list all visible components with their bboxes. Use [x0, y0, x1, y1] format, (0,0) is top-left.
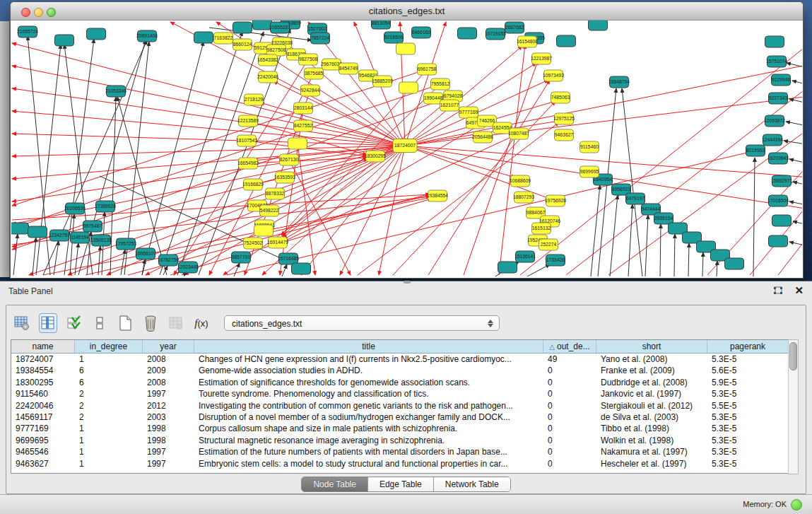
column-header-name[interactable]: name [11, 340, 75, 353]
graph-edge[interactable] [645, 215, 648, 276]
graph-edge[interactable] [792, 81, 802, 86]
graph-node[interactable]: 20206536 [64, 203, 86, 214]
table-row[interactable]: 946554611997Estimation of the future num… [11, 446, 789, 457]
graph-node[interactable]: 18107543 [236, 135, 257, 146]
graph-edge[interactable] [234, 263, 240, 276]
graph-node[interactable]: 10655287 [269, 22, 290, 33]
graph-node[interactable] [254, 225, 273, 236]
graph-edge[interactable] [793, 221, 802, 226]
graph-node[interactable]: 9115460 [580, 141, 599, 153]
graph-node[interactable]: 21053346 [105, 86, 126, 97]
graph-node[interactable]: 16648794 [608, 76, 630, 88]
graph-node[interactable] [292, 263, 311, 274]
graph-node[interactable] [55, 35, 74, 46]
graph-node[interactable]: 9777169 [459, 107, 478, 118]
graph-node[interactable] [288, 138, 307, 149]
graph-node[interactable] [194, 32, 213, 43]
graph-node[interactable]: 12923448 [177, 262, 199, 273]
citation-network-graph[interactable]: 2105572420891406160538091065528715276027… [11, 21, 802, 277]
graph-node[interactable]: 20564486 [472, 132, 493, 143]
network-table-selector[interactable]: citations_edges.txt [224, 315, 500, 331]
graph-node[interactable]: 2718129 [245, 94, 264, 105]
graph-node[interactable]: 1145194 [71, 232, 90, 243]
graph-node[interactable] [28, 226, 47, 238]
graph-node[interactable]: 17957253 [115, 238, 136, 250]
graph-node[interactable]: 8267130 [280, 154, 299, 165]
graph-node[interactable]: 16914479 [267, 237, 288, 248]
graph-node[interactable]: 6479197 [626, 193, 645, 204]
column-header-title[interactable]: title [194, 340, 543, 353]
table-settings-icon[interactable] [13, 314, 30, 332]
graph-node[interactable] [725, 258, 744, 269]
table-row[interactable]: 1456911722003Disruption of a novel membe… [11, 411, 789, 423]
graph-node[interactable]: 12975125 [553, 113, 575, 124]
graph-node[interactable]: 9699695 [580, 166, 599, 177]
graph-edge[interactable] [789, 201, 802, 206]
graph-node[interactable] [498, 262, 517, 273]
graph-node[interactable] [399, 82, 418, 93]
graph-node[interactable]: 19384554 [427, 190, 448, 201]
delete-table-icon[interactable] [142, 314, 159, 332]
graph-node[interactable]: 22420046 [257, 71, 278, 83]
network-view-window[interactable]: citations_edges.txt 21055724208914061605… [10, 1, 804, 279]
graph-node[interactable]: 9242844 [301, 85, 320, 96]
table-row[interactable]: 1938455462009Genome-wide association stu… [11, 365, 789, 376]
stacked-rows-icon[interactable] [91, 314, 108, 332]
graph-node[interactable]: 9857791 [232, 252, 251, 263]
graph-node[interactable]: 12093872 [764, 115, 785, 127]
graph-node[interactable]: 15885209 [372, 76, 393, 87]
graph-node[interactable] [772, 215, 792, 226]
graph-node[interactable]: 13505135 [90, 235, 112, 246]
column-header-short[interactable]: short [596, 340, 707, 353]
window-titlebar[interactable]: citations_edges.txt [11, 2, 803, 21]
graph-node[interactable]: 9129946 [772, 74, 791, 86]
graph-node[interactable] [769, 235, 788, 247]
graph-node[interactable]: 1733426 [546, 255, 565, 266]
graph-node[interactable]: 18807293 [513, 192, 534, 203]
graph-node[interactable]: 8813054 [372, 21, 391, 29]
graph-node[interactable]: 8454749 [339, 63, 358, 74]
show-columns-icon[interactable] [39, 313, 57, 333]
graph-node[interactable]: 16958107 [135, 248, 156, 259]
graph-node[interactable] [11, 223, 29, 234]
graph-edge[interactable] [248, 158, 367, 163]
graph-node[interactable]: 12444194 [762, 134, 783, 146]
graph-node[interactable]: 19166829 [242, 179, 264, 190]
graph-node[interactable]: 15751074 [766, 56, 787, 67]
graph-edge[interactable] [591, 185, 600, 276]
graph-edge[interactable] [142, 42, 204, 275]
graph-node[interactable]: 17359928 [95, 201, 116, 212]
graph-node[interactable] [458, 28, 477, 39]
graph-edge[interactable] [405, 64, 802, 146]
graph-edge[interactable] [464, 61, 538, 275]
table-row[interactable]: 946362711997Embryonic stem cells: a mode… [11, 458, 789, 469]
graph-node[interactable]: 9463627 [555, 129, 574, 141]
graph-node[interactable]: 2803144 [294, 103, 313, 114]
graph-node[interactable]: 7857224 [311, 33, 330, 44]
graph-edge[interactable] [688, 243, 689, 276]
tab-node-table[interactable]: Node Table [302, 477, 368, 491]
graph-node[interactable]: 10688609 [510, 175, 531, 187]
vertical-scrollbar[interactable] [788, 339, 799, 474]
graph-edge[interactable] [33, 238, 36, 275]
column-select-icon[interactable] [66, 314, 83, 332]
graph-edge[interactable] [628, 204, 632, 276]
graph-node[interactable]: 2687682 [505, 22, 524, 33]
graph-node[interactable]: 9827508 [299, 54, 318, 65]
graph-node[interactable] [589, 21, 608, 30]
graph-node[interactable]: 21055724 [17, 26, 38, 37]
graph-node[interactable]: 1621077 [440, 100, 459, 111]
graph-node[interactable]: 16782759 [158, 255, 179, 266]
graph-node[interactable] [557, 35, 576, 47]
graph-edge[interactable] [702, 252, 703, 276]
column-header-pagerank[interactable]: pagerank [707, 340, 789, 353]
graph-node[interactable] [765, 36, 784, 47]
graph-edge[interactable] [163, 266, 167, 275]
function-builder-icon[interactable]: f(x) [193, 314, 210, 332]
graph-node[interactable]: 10807487 [508, 128, 529, 139]
table-row[interactable]: 1830029562008Estimation of significance … [11, 377, 789, 388]
graph-node[interactable]: 7524502 [244, 238, 263, 249]
graph-edge[interactable] [253, 159, 368, 185]
graph-edge[interactable] [98, 246, 100, 275]
tab-network-table[interactable]: Network Table [434, 477, 510, 491]
